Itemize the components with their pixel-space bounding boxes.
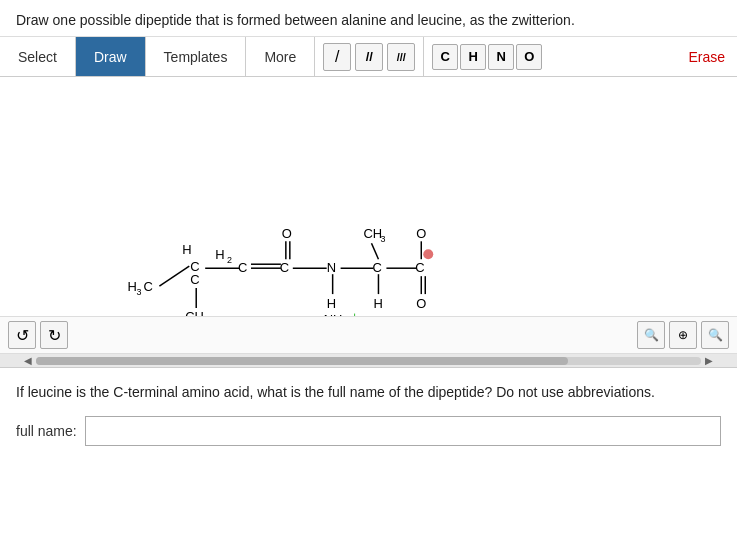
svg-text:NH: NH [324,312,343,316]
svg-text:CH: CH [364,226,383,241]
svg-text:+: + [352,310,358,316]
svg-text:H: H [128,279,137,294]
svg-text:2: 2 [227,255,232,265]
svg-text:H: H [327,296,336,311]
question-content: Draw one possible dipeptide that is form… [16,12,575,28]
atom-tools: C H N O [424,37,550,76]
svg-line-33 [371,243,378,259]
undo-button[interactable]: ↺ [8,321,36,349]
oxygen-button[interactable]: O [516,44,542,70]
bond-tools: / // /// [315,37,424,76]
svg-text:O: O [282,226,292,241]
hydrogen-button[interactable]: H [460,44,486,70]
svg-line-3 [159,266,189,286]
more-button[interactable]: More [246,37,315,76]
question2-section: If leucine is the C-terminal amino acid,… [0,368,737,408]
double-bond-button[interactable]: // [355,43,383,71]
horizontal-scrollbar[interactable]: ◀ ▶ [0,354,737,368]
svg-text:O: O [416,226,426,241]
svg-text:H: H [373,296,382,311]
triple-bond-button[interactable]: /// [387,43,415,71]
scroll-left-arrow[interactable]: ◀ [20,355,36,366]
zoom-controls: 🔍 ⊕ 🔍 [637,321,729,349]
question-text: Draw one possible dipeptide that is form… [0,0,737,37]
zoom-reset-button[interactable]: ⊕ [669,321,697,349]
svg-text:C: C [190,272,199,287]
main-toolbar: Select Draw Templates More / // /// C H … [0,37,737,77]
undo-icon: ↺ [16,326,29,345]
redo-icon: ↻ [48,326,61,345]
erase-button[interactable]: Erase [688,49,725,65]
scroll-right-arrow[interactable]: ▶ [701,355,717,366]
scrollbar-track[interactable] [36,357,701,365]
select-button[interactable]: Select [0,37,76,76]
svg-text:N: N [327,260,336,275]
svg-text:C: C [238,260,247,275]
templates-button[interactable]: Templates [146,37,247,76]
nitrogen-button[interactable]: N [488,44,514,70]
svg-text:3: 3 [380,234,385,244]
molecule-svg: H 3 C H C C CH 3 H 2 C C O N [0,77,737,316]
draw-button[interactable]: Draw [76,37,146,76]
zoom-out-button[interactable]: 🔍 [701,321,729,349]
svg-text:C: C [143,279,152,294]
toolbar-right: Erase [688,37,737,76]
full-name-input[interactable] [85,416,721,446]
svg-text:O: O [416,296,426,311]
answer-label: full name: [16,423,77,439]
drawing-canvas[interactable]: H 3 C H C C CH 3 H 2 C C O N [0,77,737,317]
canvas-controls: ↺ ↻ 🔍 ⊕ 🔍 [0,317,737,354]
svg-text:H: H [182,242,191,257]
question2-text: If leucine is the C-terminal amino acid,… [16,384,655,400]
svg-point-36 [423,249,433,259]
svg-text:C: C [280,260,289,275]
zoom-in-button[interactable]: 🔍 [637,321,665,349]
redo-button[interactable]: ↻ [40,321,68,349]
single-bond-button[interactable]: / [323,43,351,71]
undo-redo-group: ↺ ↻ [8,321,68,349]
svg-text:C: C [415,260,424,275]
svg-text:3: 3 [136,287,141,297]
scrollbar-thumb[interactable] [36,357,568,365]
svg-text:CH: CH [185,309,204,316]
svg-text:C: C [372,260,381,275]
svg-text:H: H [215,247,224,262]
carbon-button[interactable]: C [432,44,458,70]
answer-section: full name: [0,408,737,462]
